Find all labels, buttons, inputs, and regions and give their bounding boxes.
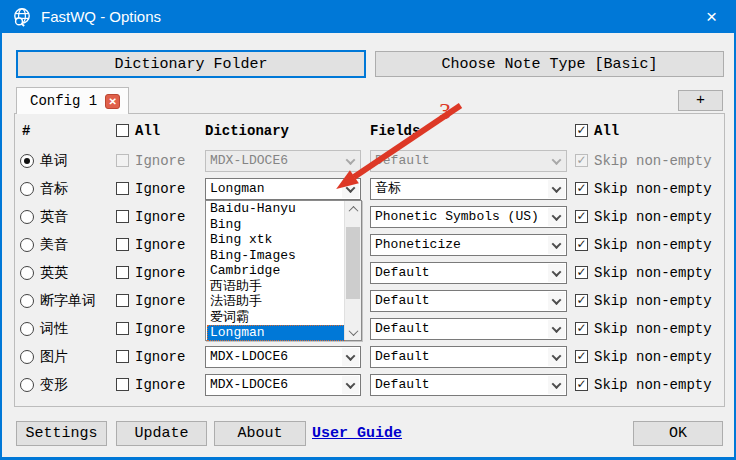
skip-non-empty-checkbox[interactable] (575, 322, 588, 335)
skip-non-empty-checkbox[interactable] (575, 182, 588, 195)
scrollbar-thumb[interactable] (346, 227, 360, 299)
skip-non-empty-checkbox[interactable] (575, 238, 588, 251)
fields-combobox[interactable]: Default (370, 346, 567, 368)
close-button[interactable]: × (689, 0, 734, 33)
ignore-checkbox[interactable] (116, 266, 129, 279)
dictionary-combobox[interactable]: MDX-LDOCE6 (205, 346, 361, 368)
row-radio (20, 154, 34, 168)
globe-search-icon (12, 7, 32, 27)
chevron-down-icon (342, 152, 359, 170)
dictionary-combobox: MDX-LDOCE6 (205, 150, 361, 172)
row-name-label: 美音 (40, 234, 68, 256)
all-ignore-checkbox[interactable] (116, 124, 129, 137)
row-name-label: 图片 (40, 346, 68, 368)
row-radio[interactable] (20, 294, 34, 308)
col-header-all-left: All (135, 120, 160, 142)
chevron-down-icon (548, 236, 565, 254)
skip-non-empty-label: Skip non-empty (594, 150, 712, 172)
tab-close-icon[interactable]: ✕ (105, 94, 120, 109)
update-button[interactable]: Update (116, 421, 207, 446)
row-name-label: 音标 (40, 178, 68, 200)
skip-non-empty-checkbox[interactable] (575, 266, 588, 279)
window-title: FastWQ - Options (41, 8, 161, 25)
all-skip-checkbox[interactable] (575, 124, 588, 137)
fields-combobox[interactable]: Default (370, 290, 567, 312)
about-button[interactable]: About (214, 421, 306, 446)
skip-non-empty-checkbox[interactable] (575, 378, 588, 391)
ignore-checkbox[interactable] (116, 378, 129, 391)
col-header-dictionary: Dictionary (205, 120, 289, 142)
fields-combobox[interactable]: Default (370, 318, 567, 340)
skip-non-empty-label: Skip non-empty (594, 234, 712, 256)
col-header-number: # (22, 120, 30, 142)
row-radio[interactable] (20, 322, 34, 336)
row-radio[interactable] (20, 350, 34, 364)
ignore-checkbox[interactable] (116, 210, 129, 223)
dropdown-item[interactable]: Baidu-Hanyu (207, 201, 345, 217)
tab-label: Config 1 (30, 93, 97, 109)
ok-button[interactable]: OK (633, 421, 723, 446)
scroll-up-icon[interactable] (345, 201, 361, 217)
skip-non-empty-label: Skip non-empty (594, 178, 712, 200)
dictionary-folder-button[interactable]: Dictionary Folder (16, 50, 366, 78)
dropdown-item[interactable]: 西语助手 (207, 279, 345, 295)
ignore-label: Ignore (135, 318, 185, 340)
chevron-down-icon (548, 264, 565, 282)
chevron-down-icon (342, 376, 359, 394)
skip-non-empty-checkbox[interactable] (575, 210, 588, 223)
dropdown-item[interactable]: 爱词霸 (207, 310, 345, 326)
ignore-label: Ignore (135, 150, 185, 172)
dropdown-item[interactable]: Bing-Images (207, 248, 345, 264)
dictionary-combobox[interactable]: MDX-LDOCE6 (205, 374, 361, 396)
chevron-down-icon (548, 180, 565, 198)
ignore-checkbox[interactable] (116, 238, 129, 251)
row-name-label: 变形 (40, 374, 68, 396)
row-name-label: 单词 (40, 150, 68, 172)
row-radio[interactable] (20, 266, 34, 280)
ignore-label: Ignore (135, 234, 185, 256)
ignore-checkbox[interactable] (116, 350, 129, 363)
ignore-checkbox[interactable] (116, 182, 129, 195)
dictionary-combobox[interactable]: Longman (205, 178, 361, 200)
choose-note-type-button[interactable]: Choose Note Type [Basic] (375, 51, 724, 77)
fields-combobox[interactable]: Default (370, 262, 567, 284)
col-header-fields: Fields (370, 120, 420, 142)
row-radio[interactable] (20, 378, 34, 392)
dropdown-item[interactable]: Bing xtk (207, 232, 345, 248)
ignore-checkbox[interactable] (116, 294, 129, 307)
fields-combobox[interactable]: Phoneticize (370, 234, 567, 256)
user-guide-link[interactable]: User Guide (312, 424, 402, 444)
row-radio[interactable] (20, 238, 34, 252)
row-radio[interactable] (20, 182, 34, 196)
col-header-all-right: All (594, 120, 619, 142)
skip-non-empty-label: Skip non-empty (594, 374, 712, 396)
tab-config-1[interactable]: Config 1 ✕ (16, 87, 129, 114)
skip-non-empty-label: Skip non-empty (594, 346, 712, 368)
fields-combobox[interactable]: Phonetic Symbols (US) (370, 206, 567, 228)
dropdown-item[interactable]: Cambridge (207, 263, 345, 279)
dropdown-scrollbar[interactable] (344, 201, 361, 340)
ignore-label: Ignore (135, 178, 185, 200)
fields-combobox[interactable]: 音标 (370, 178, 567, 200)
ignore-checkbox[interactable] (116, 322, 129, 335)
title-bar: FastWQ - Options × (2, 0, 734, 33)
chevron-down-icon (548, 208, 565, 226)
dropdown-item[interactable]: Bing (207, 217, 345, 233)
skip-non-empty-label: Skip non-empty (594, 262, 712, 284)
add-config-button[interactable]: + (678, 90, 723, 111)
row-radio[interactable] (20, 210, 34, 224)
dropdown-item[interactable]: Longman (207, 325, 345, 341)
chevron-down-icon (548, 348, 565, 366)
skip-non-empty-checkbox[interactable] (575, 294, 588, 307)
scroll-down-icon[interactable] (345, 324, 361, 340)
chevron-down-icon (548, 376, 565, 394)
row-name-label: 英音 (40, 206, 68, 228)
skip-non-empty-checkbox[interactable] (575, 350, 588, 363)
skip-non-empty-label: Skip non-empty (594, 290, 712, 312)
fields-combobox: Default (370, 150, 567, 172)
skip-non-empty-label: Skip non-empty (594, 318, 712, 340)
settings-button[interactable]: Settings (16, 421, 107, 446)
fields-combobox[interactable]: Default (370, 374, 567, 396)
dropdown-item[interactable]: 法语助手 (207, 294, 345, 310)
skip-non-empty-checkbox (575, 154, 588, 167)
